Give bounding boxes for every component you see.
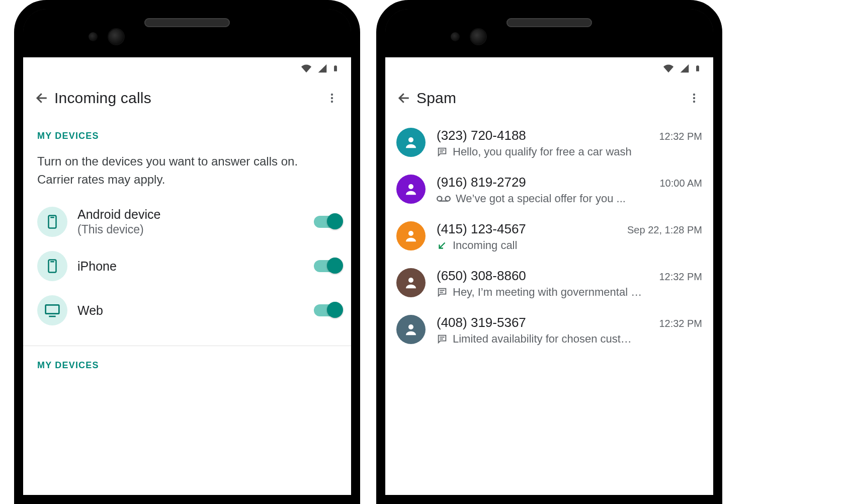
phone-number: (415) 123-4567 <box>437 221 627 237</box>
svg-point-1 <box>331 97 333 99</box>
app-bar: Spam <box>385 79 713 117</box>
svg-point-12 <box>408 137 413 142</box>
person-icon <box>403 322 418 337</box>
device-row: iPhone <box>23 244 351 288</box>
device-name: Web <box>77 303 304 318</box>
device-name: iPhone <box>77 259 304 274</box>
phone-number: (916) 819-2729 <box>437 175 659 190</box>
svg-rect-7 <box>46 305 59 313</box>
phone-incoming-calls: Incoming calls MY DEVICES Turn on the de… <box>14 0 360 504</box>
timestamp: 10:00 AM <box>659 178 702 189</box>
overflow-menu-button[interactable] <box>682 86 706 110</box>
voicemail-icon <box>437 194 451 203</box>
svg-point-10 <box>693 97 695 99</box>
contact-avatar <box>396 128 426 157</box>
speaker-grille <box>506 18 592 27</box>
page-title: Spam <box>416 90 682 107</box>
page-title: Incoming calls <box>54 90 320 107</box>
device-row: Web <box>23 288 351 332</box>
contact-avatar <box>396 221 426 250</box>
contact-avatar <box>396 268 426 297</box>
arrow-left-icon <box>35 91 50 106</box>
spam-item[interactable]: (323) 720-418812:32 PMHello, you qualify… <box>385 120 713 166</box>
arrow-left-icon <box>397 91 412 106</box>
section-description: Turn on the devices you want to answer c… <box>23 147 351 200</box>
person-icon <box>403 182 418 197</box>
phone-number: (650) 308-8860 <box>437 268 659 284</box>
device-row: Android device(This device) <box>23 200 351 244</box>
svg-point-9 <box>693 94 695 96</box>
svg-point-0 <box>331 94 333 96</box>
section-header: MY DEVICES <box>23 346 351 377</box>
timestamp: Sep 22, 1:28 PM <box>627 224 702 236</box>
person-icon <box>403 135 418 150</box>
svg-point-2 <box>331 101 333 103</box>
status-bar <box>385 57 713 79</box>
cellular-icon <box>679 63 690 73</box>
spam-item[interactable]: (415) 123-4567Sep 22, 1:28 PMIncoming ca… <box>385 213 713 260</box>
more-vert-icon <box>688 92 700 104</box>
message-preview: Limited availability for chosen cust… <box>453 332 632 346</box>
timestamp: 12:32 PM <box>659 271 702 283</box>
cellular-icon <box>317 63 328 73</box>
device-toggle[interactable] <box>314 216 341 228</box>
phone-portrait-icon <box>37 251 67 281</box>
phone-forehead <box>23 9 351 57</box>
speaker-grille <box>144 18 230 27</box>
back-button[interactable] <box>392 86 416 110</box>
device-toggle[interactable] <box>314 304 341 316</box>
phone-number: (323) 720-4188 <box>437 128 659 143</box>
sensor-dot <box>451 32 460 41</box>
device-toggle[interactable] <box>314 260 341 272</box>
contact-avatar <box>396 315 426 344</box>
section-header: MY DEVICES <box>23 117 351 147</box>
status-bar <box>23 57 351 79</box>
device-name: Android device <box>77 207 304 222</box>
more-vert-icon <box>326 92 338 104</box>
phone-spam: Spam (323) 720-418812:32 PMHello, you qu… <box>376 0 722 504</box>
svg-point-11 <box>693 101 695 103</box>
message-preview: Hello, you qualify for free a car wash <box>453 145 632 158</box>
device-subtitle: (This device) <box>77 223 304 236</box>
svg-point-16 <box>437 196 442 201</box>
spam-item[interactable]: (650) 308-886012:32 PMHey, I’m meeting w… <box>385 260 713 307</box>
spam-item[interactable]: (408) 319-536712:32 PMLimited availabili… <box>385 307 713 354</box>
wifi-icon <box>662 63 675 73</box>
front-camera <box>109 29 124 44</box>
svg-point-19 <box>408 231 413 236</box>
svg-point-15 <box>408 184 413 189</box>
message-icon <box>437 287 448 298</box>
svg-point-17 <box>446 196 450 201</box>
app-bar: Incoming calls <box>23 79 351 117</box>
message-icon <box>437 146 448 157</box>
message-preview: Incoming call <box>453 239 517 252</box>
phone-portrait-icon <box>37 207 67 237</box>
timestamp: 12:32 PM <box>659 131 702 142</box>
sensor-dot <box>89 32 98 41</box>
person-icon <box>403 275 418 290</box>
front-camera <box>471 29 486 44</box>
battery-icon <box>694 63 701 74</box>
phone-forehead <box>385 9 713 57</box>
back-button[interactable] <box>30 86 54 110</box>
timestamp: 12:32 PM <box>659 318 702 329</box>
wifi-icon <box>300 63 313 73</box>
message-icon <box>437 333 448 345</box>
svg-point-23 <box>408 324 413 329</box>
phone-number: (408) 319-5367 <box>437 315 659 330</box>
battery-icon <box>332 63 339 74</box>
desktop-icon <box>37 295 67 325</box>
person-icon <box>403 228 418 243</box>
contact-avatar <box>396 175 426 204</box>
overflow-menu-button[interactable] <box>320 86 344 110</box>
message-preview: We’ve got a special offer for you ... <box>456 192 626 205</box>
spam-item[interactable]: (916) 819-272910:00 AMWe’ve got a specia… <box>385 166 713 213</box>
incoming-call-icon <box>437 240 448 251</box>
message-preview: Hey, I’m meeting with governmental … <box>453 286 642 299</box>
svg-point-20 <box>408 278 413 283</box>
